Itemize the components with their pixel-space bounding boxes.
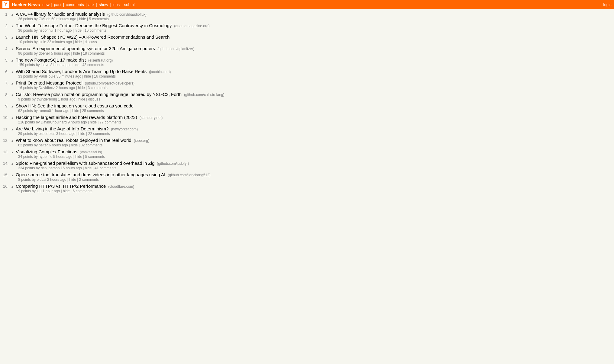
story-user[interactable]: pseudolus: [39, 132, 55, 136]
nav-comments[interactable]: comments: [66, 2, 84, 7]
upvote-icon[interactable]: ▲: [11, 13, 14, 16]
upvote-icon[interactable]: ▲: [11, 128, 14, 131]
story-user[interactable]: luu: [37, 189, 41, 193]
story-domain: (cloudflare.com): [108, 184, 134, 189]
story-comments-link[interactable]: 5 comments: [85, 155, 105, 159]
story-number: 12.: [1, 138, 10, 143]
upvote-icon[interactable]: ▲: [11, 185, 14, 188]
login-link[interactable]: login: [603, 2, 612, 7]
story-comments-link[interactable]: 3 comments: [88, 86, 107, 90]
story-title-link[interactable]: Comparing HTTP/3 vs. HTTP/2 Performance: [16, 184, 106, 189]
upvote-icon[interactable]: ▲: [11, 36, 14, 39]
story-comments-link[interactable]: discuss: [85, 40, 97, 44]
story-hide-link[interactable]: hide: [75, 155, 82, 159]
story-comments-link[interactable]: 25 comments: [82, 109, 104, 113]
story-comments-link[interactable]: 22 comments: [88, 132, 110, 136]
story-title-link[interactable]: Hacking the largest airline and hotel re…: [16, 115, 137, 120]
story-hide-link[interactable]: hide: [63, 189, 70, 193]
story-user[interactable]: ingve: [41, 63, 50, 67]
story-user[interactable]: CMLab: [39, 17, 50, 21]
story-hide-link[interactable]: hide: [85, 166, 92, 170]
upvote-icon[interactable]: ▲: [11, 162, 14, 165]
story-number: 15.: [1, 173, 10, 177]
nav-ask[interactable]: ask: [88, 2, 94, 7]
story-title-link[interactable]: Are We Living in the Age of Info-Determi…: [16, 126, 108, 131]
story-user[interactable]: doener: [39, 51, 50, 56]
nav-past[interactable]: past: [54, 2, 62, 7]
story-user[interactable]: oldcai: [37, 177, 46, 182]
story-title-link[interactable]: The Webb Telescope Further Deepens the B…: [16, 23, 172, 28]
story-hide-link[interactable]: hide: [71, 143, 78, 147]
story-title-link[interactable]: Open-source tool translates and dubs vid…: [16, 172, 165, 177]
story-hide-link[interactable]: hide: [84, 74, 91, 78]
story-user[interactable]: dsp_person: [41, 166, 60, 170]
story-domain: (github.com/judofyr): [157, 161, 189, 166]
story-hide-link[interactable]: hide: [72, 109, 79, 113]
story-comments-link[interactable]: 32 comments: [81, 143, 102, 147]
story-hide-link[interactable]: hide: [79, 17, 86, 21]
upvote-icon[interactable]: ▲: [11, 47, 14, 51]
story-hide-link[interactable]: hide: [78, 132, 85, 136]
story-hide-link[interactable]: hide: [78, 86, 85, 90]
story-comments-link[interactable]: 5 comments: [89, 17, 108, 21]
upvote-icon[interactable]: ▲: [11, 24, 14, 28]
upvote-icon[interactable]: ▲: [11, 93, 14, 97]
story-hide-link[interactable]: hide: [78, 97, 85, 101]
upvote-icon[interactable]: ▲: [11, 174, 14, 177]
story-hide-link[interactable]: hide: [73, 51, 80, 56]
nav-submit[interactable]: submit: [124, 2, 136, 7]
upvote-icon[interactable]: ▲: [11, 105, 14, 108]
story-meta-row: 9 points by thunderbong 1 hour ago | hid…: [1, 97, 614, 101]
upvote-icon[interactable]: ▲: [11, 82, 14, 85]
story-user[interactable]: PaulHoule: [39, 74, 55, 78]
story-title-row: 13.▲Visualizing Complex Functions(vankes…: [1, 149, 614, 154]
story-time: 1 hour ago: [53, 28, 73, 33]
story-comments-link[interactable]: 43 comments: [82, 63, 104, 67]
story-user[interactable]: Davidbrcz: [39, 86, 55, 90]
story-user[interactable]: thunderbong: [37, 97, 57, 101]
upvote-icon[interactable]: ▲: [11, 70, 14, 74]
story-title-link[interactable]: Callisto: Reverse polish notation progra…: [16, 92, 182, 97]
story-hide-link[interactable]: hide: [75, 40, 82, 44]
story-title-row: 11.▲Are We Living in the Age of Info-Det…: [1, 126, 614, 131]
story-comments-link[interactable]: 6 comments: [73, 189, 92, 193]
story-hide-link[interactable]: hide: [90, 120, 97, 124]
story-comments-link[interactable]: 77 comments: [100, 120, 121, 124]
story-comments-link[interactable]: 41 comments: [95, 166, 116, 170]
story-user[interactable]: tullie: [39, 40, 46, 44]
story-user[interactable]: rumno0: [39, 109, 51, 113]
story-hide-link[interactable]: hide: [69, 177, 76, 182]
nav-jobs[interactable]: jobs: [112, 2, 120, 7]
upvote-icon[interactable]: ▲: [11, 139, 14, 142]
story-user[interactable]: DavidChouinard: [41, 120, 67, 124]
story-comments-link[interactable]: 10 comments: [85, 28, 106, 33]
story-title-link[interactable]: Visualizing Complex Functions: [16, 149, 77, 154]
story-title-link[interactable]: Spice: Fine-grained parallelism with sub…: [16, 161, 154, 166]
story-title-link[interactable]: What to know about real robots deployed …: [16, 138, 131, 143]
story-title-link[interactable]: Serena: An experimental operating system…: [16, 46, 155, 51]
story-user[interactable]: belter: [39, 143, 48, 147]
story-user[interactable]: hyperific: [39, 155, 52, 159]
story-hide-link[interactable]: hide: [73, 63, 79, 67]
story-meta-row: 36 points by nsoonhui 1 hour ago | hide …: [1, 28, 614, 33]
story-points: 36 points by: [18, 28, 39, 33]
story-title-link[interactable]: The new PostgreSQL 17 make dist: [16, 57, 86, 62]
story-points: 62 points by: [18, 109, 39, 113]
story-comments-link[interactable]: 16 comments: [94, 74, 116, 78]
story-comments-link[interactable]: 2 comments: [79, 177, 99, 182]
story-title-link[interactable]: Printf Oriented Message Protocol: [16, 80, 82, 85]
story-comments-link[interactable]: 18 comments: [83, 51, 105, 56]
upvote-icon[interactable]: ▲: [11, 151, 14, 154]
story-comments-link[interactable]: discuss: [88, 97, 100, 101]
story-title-link[interactable]: Launch HN: Shaped (YC W22) – AI-Powered …: [16, 34, 170, 40]
upvote-icon[interactable]: ▲: [11, 59, 14, 62]
upvote-icon[interactable]: ▲: [11, 116, 14, 120]
nav-new[interactable]: new: [42, 2, 50, 7]
nav-show[interactable]: show: [99, 2, 108, 7]
story-title-link[interactable]: A C/C++ library for audio and music anal…: [16, 11, 105, 17]
story-title-link[interactable]: With Shared Software, Landlords Are Team…: [16, 69, 147, 74]
story-title-link[interactable]: Show HN: See the impact on your cloud co…: [16, 103, 134, 108]
story-hide-link[interactable]: hide: [75, 28, 82, 33]
hn-logo-icon[interactable]: Y: [2, 1, 9, 8]
story-user[interactable]: nsoonhui: [39, 28, 53, 33]
